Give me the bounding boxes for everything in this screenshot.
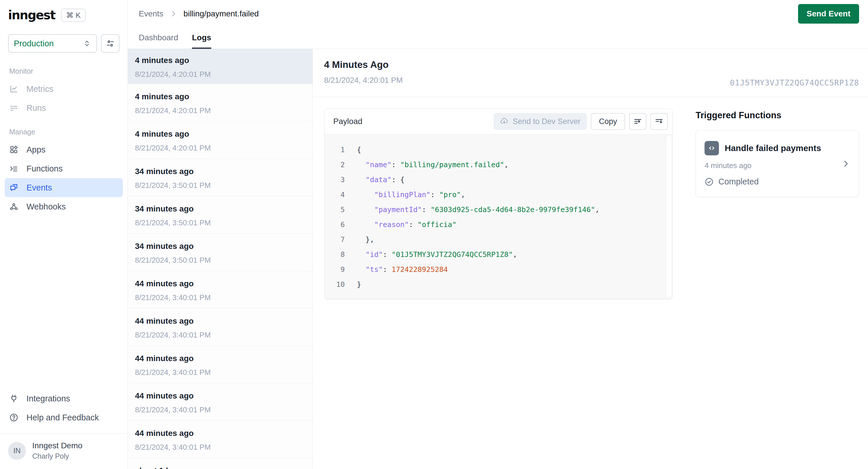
sidebar: inngest ⌘ K Production Monitor bbox=[0, 0, 128, 469]
sidebar-item-metrics[interactable]: Metrics bbox=[5, 80, 123, 98]
triggered-functions-heading: Triggered Functions bbox=[695, 110, 859, 121]
tab-logs[interactable]: Logs bbox=[192, 28, 211, 49]
event-list-item[interactable]: 4 minutes ago8/21/2024, 4:20:01 PM bbox=[128, 49, 313, 84]
functions-icon bbox=[9, 164, 20, 173]
user-name: Inngest Demo bbox=[32, 441, 82, 450]
sidebar-item-integrations[interactable]: Integrations bbox=[5, 389, 123, 408]
line-content: } bbox=[345, 277, 361, 292]
event-list-item[interactable]: 4 minutes ago8/21/2024, 4:20:01 PM bbox=[128, 121, 313, 159]
send-event-button[interactable]: Send Event bbox=[798, 4, 859, 24]
events-icon bbox=[9, 183, 20, 192]
code-lines: 1{2 "name": "billing/payment.failed",3 "… bbox=[324, 143, 672, 292]
payload-title: Payload bbox=[333, 117, 362, 126]
event-list-item[interactable]: 44 minutes ago8/21/2024, 3:40:01 PM bbox=[128, 383, 313, 421]
sidebar-top: inngest ⌘ K Production bbox=[0, 0, 127, 53]
tab-dashboard[interactable]: Dashboard bbox=[139, 28, 178, 49]
event-list-item[interactable]: 34 minutes ago8/21/2024, 3:50:01 PM bbox=[128, 196, 313, 233]
sidebar-item-label: Webhooks bbox=[27, 202, 66, 212]
user-menu[interactable]: IN Inngest Demo Charly Poly bbox=[5, 434, 123, 469]
detail-header: 4 Minutes Ago 8/21/2024, 4:20:01 PM 01J5… bbox=[313, 49, 868, 97]
unwrap-text-button[interactable] bbox=[629, 113, 646, 130]
check-circle-icon bbox=[705, 177, 714, 186]
sidebar-item-apps[interactable]: Apps bbox=[5, 140, 123, 159]
event-list-item[interactable]: 44 minutes ago8/21/2024, 3:40:01 PM bbox=[128, 421, 313, 458]
line-content: "name": "billing/payment.failed", bbox=[345, 157, 508, 173]
section-label-manage: Manage bbox=[9, 128, 123, 136]
sidebar-item-runs[interactable]: Runs bbox=[5, 98, 123, 117]
event-list: 4 minutes ago8/21/2024, 4:20:01 PM4 minu… bbox=[128, 49, 313, 469]
breadcrumb: Events billing/payment.failed bbox=[139, 9, 259, 19]
event-item-timestamp: 8/21/2024, 3:50:01 PM bbox=[135, 181, 313, 190]
tabs: Dashboard Logs bbox=[128, 28, 868, 49]
line-content: }, bbox=[345, 232, 374, 247]
webhooks-icon bbox=[9, 202, 20, 211]
event-list-item[interactable]: 44 minutes ago8/21/2024, 3:40:01 PM bbox=[128, 271, 313, 308]
event-item-timestamp: 8/21/2024, 3:50:01 PM bbox=[135, 218, 313, 227]
sidebar-item-label: Metrics bbox=[27, 84, 53, 94]
event-item-timestamp: 8/21/2024, 3:40:01 PM bbox=[135, 443, 313, 452]
line-content: "billingPlan": "pro", bbox=[345, 187, 465, 202]
line-content: "id": "01J5TMY3VJTZ2QG74QCC5RP1Z8", bbox=[345, 247, 517, 262]
event-item-timestamp: 8/21/2024, 3:40:01 PM bbox=[135, 405, 313, 414]
app-root: inngest ⌘ K Production Monitor bbox=[0, 0, 868, 469]
apps-icon bbox=[9, 145, 20, 154]
help-icon bbox=[9, 413, 20, 422]
copy-button[interactable]: Copy bbox=[591, 113, 625, 130]
code-line: 5 "paymentId": "6303d925-cda5-4d64-8b2e-… bbox=[324, 202, 672, 217]
send-to-dev-label: Send to Dev Server bbox=[513, 117, 581, 126]
environment-select[interactable]: Production bbox=[8, 34, 97, 53]
event-item-timestamp: 8/21/2024, 4:20:01 PM bbox=[135, 70, 313, 79]
detail-title: 4 Minutes Ago bbox=[324, 59, 403, 70]
sidebar-item-events[interactable]: Events bbox=[5, 178, 123, 197]
event-list-item[interactable]: about 1 hour ago bbox=[128, 458, 313, 469]
plug-icon bbox=[9, 394, 20, 403]
event-item-title: about 1 hour ago bbox=[135, 466, 313, 469]
code-scrollbar[interactable] bbox=[666, 136, 671, 297]
sidebar-bottom: Integrations Help and Feedback IN Innges… bbox=[0, 389, 127, 469]
event-item-title: 44 minutes ago bbox=[135, 354, 313, 363]
sidebar-item-webhooks[interactable]: Webhooks bbox=[5, 197, 123, 216]
code-line: 7 }, bbox=[324, 232, 672, 247]
event-list-item[interactable]: 34 minutes ago8/21/2024, 3:50:01 PM bbox=[128, 159, 313, 196]
line-number: 6 bbox=[324, 217, 345, 232]
event-item-timestamp: 8/21/2024, 4:20:01 PM bbox=[135, 144, 313, 153]
chevron-right-icon bbox=[841, 159, 850, 168]
payload-code-editor[interactable]: 1{2 "name": "billing/payment.failed",3 "… bbox=[324, 134, 672, 299]
line-number: 3 bbox=[324, 173, 345, 187]
command-k-shortcut[interactable]: ⌘ K bbox=[61, 9, 86, 22]
code-line: 10} bbox=[324, 277, 672, 292]
environment-settings-button[interactable] bbox=[101, 34, 119, 53]
event-list-item[interactable]: 4 minutes ago8/21/2024, 4:20:01 PM bbox=[128, 84, 313, 121]
event-item-title: 44 minutes ago bbox=[135, 279, 313, 288]
event-id: 01J5TMY3VJTZ2QG74QCC5RP1Z8 bbox=[730, 78, 859, 87]
send-to-dev-server-button[interactable]: Send to Dev Server bbox=[494, 113, 587, 130]
event-list-item[interactable]: 44 minutes ago8/21/2024, 3:40:01 PM bbox=[128, 346, 313, 383]
code-line: 3 "data": { bbox=[324, 173, 672, 187]
triggered-function-card[interactable]: Handle failed payments 4 minutes ago Com… bbox=[695, 130, 859, 197]
sidebar-item-functions[interactable]: Functions bbox=[5, 159, 123, 178]
event-list-item[interactable]: 34 minutes ago8/21/2024, 3:50:01 PM bbox=[128, 233, 313, 271]
sidebar-item-label: Help and Feedback bbox=[27, 413, 99, 423]
event-detail: 4 Minutes Ago 8/21/2024, 4:20:01 PM 01J5… bbox=[313, 49, 868, 469]
event-item-timestamp: 8/21/2024, 3:50:01 PM bbox=[135, 256, 313, 265]
line-number: 9 bbox=[324, 262, 345, 277]
code-line: 4 "billingPlan": "pro", bbox=[324, 187, 672, 202]
payload-card: Payload Send to Dev Server Copy bbox=[324, 108, 673, 299]
line-content: "paymentId": "6303d925-cda5-4d64-8b2e-99… bbox=[345, 202, 599, 217]
sidebar-nav: Monitor Metrics Runs Manage Apps bbox=[0, 53, 127, 389]
event-list-item[interactable]: 44 minutes ago8/21/2024, 3:40:01 PM bbox=[128, 308, 313, 346]
line-number: 1 bbox=[324, 143, 345, 157]
text-nowrap-icon bbox=[633, 117, 642, 126]
function-name: Handle failed payments bbox=[725, 143, 821, 153]
breadcrumb-events-link[interactable]: Events bbox=[139, 9, 163, 19]
line-content: { bbox=[345, 143, 361, 157]
avatar: IN bbox=[8, 442, 26, 460]
wrap-text-button[interactable] bbox=[650, 113, 668, 130]
sidebar-item-help[interactable]: Help and Feedback bbox=[5, 408, 123, 427]
environment-value: Production bbox=[14, 39, 54, 48]
main-column: Events billing/payment.failed Send Event… bbox=[128, 0, 868, 469]
detail-body: Payload Send to Dev Server Copy bbox=[313, 97, 868, 469]
code-line: 9 "ts": 1724228925284 bbox=[324, 262, 672, 277]
user-subtitle: Charly Poly bbox=[32, 452, 82, 460]
chevron-updown-icon bbox=[83, 39, 91, 48]
